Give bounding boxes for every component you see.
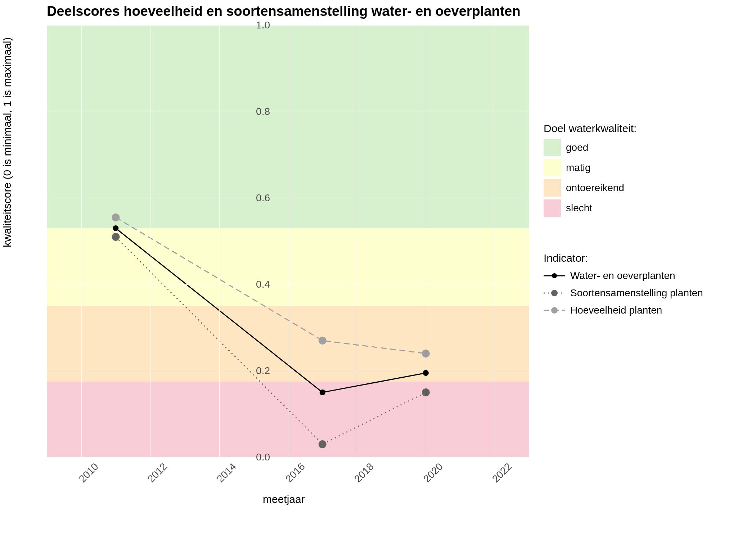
series-line	[116, 237, 426, 444]
legend-indicator-item: Hoeveelheid planten	[544, 303, 703, 318]
series-point	[112, 233, 120, 241]
legend-swatch	[544, 139, 561, 156]
x-tick-label: 2014	[215, 461, 239, 485]
gridline-v	[495, 25, 495, 457]
legend-swatch	[544, 159, 561, 176]
legend-swatch	[544, 199, 561, 217]
legend-quality-item: ontoereikend	[544, 179, 636, 197]
gridline-v	[426, 25, 426, 457]
legend-quality-title: Doel waterkwaliteit:	[544, 122, 636, 135]
legend-label: matig	[566, 162, 590, 174]
legend-indicator: Indicator: Water- en oeverplantenSoorten…	[544, 252, 703, 320]
legend-line-icon	[544, 288, 565, 298]
svg-point-3	[551, 290, 558, 296]
series-line	[116, 217, 426, 354]
legend-swatch	[544, 179, 561, 197]
legend-quality-item: matig	[544, 159, 636, 176]
legend-line-icon	[544, 270, 565, 281]
svg-point-1	[552, 273, 557, 278]
chart-title: Deelscores hoeveelheid en soortensamenst…	[47, 4, 521, 19]
gridline-v	[81, 25, 82, 457]
plot-area	[47, 25, 529, 457]
x-tick-label: 2018	[352, 461, 377, 485]
legend-line-icon	[544, 305, 565, 316]
y-axis-label: kwaliteitscore (0 is minimaal, 1 is maxi…	[1, 37, 13, 247]
x-tick-label: 2010	[77, 461, 101, 485]
x-tick-label: 2012	[145, 461, 170, 485]
legend-label: goed	[566, 142, 588, 153]
legend-label: Hoeveelheid planten	[570, 305, 662, 316]
legend-label: Soortensamenstelling planten	[570, 287, 703, 299]
x-axis-label: meetjaar	[263, 493, 305, 505]
series-point	[319, 440, 327, 448]
series-point	[319, 337, 327, 345]
legend-label: slecht	[566, 202, 592, 214]
legend-quality-item: slecht	[544, 199, 636, 217]
legend-label: Water- en oeverplanten	[570, 270, 675, 282]
x-tick-label: 2022	[490, 461, 514, 485]
gridline-v	[288, 25, 288, 457]
gridline-h	[47, 457, 529, 458]
series-point	[320, 390, 325, 395]
legend-indicator-title: Indicator:	[544, 252, 703, 264]
y-tick-label: 0.2	[248, 365, 270, 377]
y-tick-label: 0.0	[248, 451, 270, 463]
gridline-v	[357, 25, 357, 457]
legend-indicator-item: Soortensamenstelling planten	[544, 286, 703, 300]
chart-container: Deelscores hoeveelheid en soortensamenst…	[0, 0, 756, 540]
series-point	[112, 213, 120, 221]
x-tick-label: 2020	[421, 461, 445, 485]
y-tick-label: 0.8	[248, 106, 270, 117]
series-point	[113, 225, 118, 231]
legend-quality: Doel waterkwaliteit: goedmatigontoereike…	[544, 122, 636, 220]
y-tick-label: 0.4	[248, 279, 270, 290]
gridline-v	[150, 25, 150, 457]
svg-point-5	[551, 307, 558, 314]
gridline-v	[219, 25, 220, 457]
legend-label: ontoereikend	[566, 182, 624, 194]
y-tick-label: 0.6	[248, 192, 270, 204]
y-tick-label: 1.0	[248, 19, 270, 31]
legend-quality-item: goed	[544, 139, 636, 156]
x-tick-label: 2016	[283, 461, 307, 485]
legend-indicator-item: Water- en oeverplanten	[544, 269, 703, 283]
